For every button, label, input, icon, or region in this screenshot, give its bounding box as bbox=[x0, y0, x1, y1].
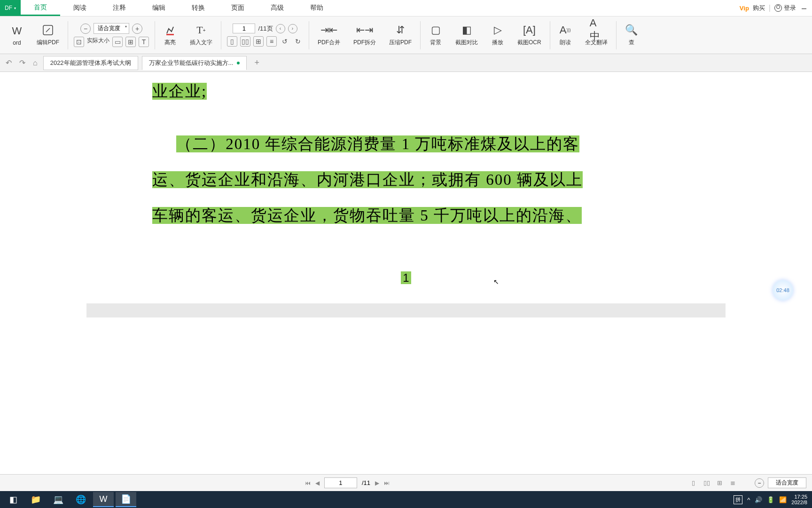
unsaved-indicator-icon bbox=[237, 62, 240, 64]
page-total-label: /11页 bbox=[258, 24, 273, 33]
to-word-button[interactable]: W ord bbox=[10, 24, 23, 46]
read-aloud-button[interactable]: A)))朗读 bbox=[559, 24, 572, 47]
prev-page-button[interactable]: ‹ bbox=[276, 24, 285, 33]
status-page-nav: ⏮ ◀ /11 ▶ ⏭ bbox=[305, 477, 390, 488]
zoom-out-button[interactable]: − bbox=[80, 24, 91, 34]
layout-single-icon[interactable]: ▯ bbox=[227, 36, 237, 47]
pdf-split-button[interactable]: ⇤⇥PDF拆分 bbox=[353, 24, 376, 47]
page-number: 1 bbox=[152, 271, 660, 285]
pdf-app-icon[interactable]: 📄 bbox=[116, 492, 136, 507]
view-facing-icon[interactable]: ▯▯ bbox=[702, 478, 711, 488]
rotate-right-icon[interactable]: ↻ bbox=[293, 36, 303, 47]
file-explorer-icon[interactable]: 📁 bbox=[25, 492, 46, 507]
menu-annotate[interactable]: 注释 bbox=[100, 0, 139, 16]
buy-button[interactable]: 购买 bbox=[753, 4, 765, 12]
page-nav-group: /11页 ‹ › ▯ ▯▯ ⊞ ≡ ↺ ↻ bbox=[223, 16, 307, 54]
menu-edit[interactable]: 编辑 bbox=[139, 0, 179, 16]
status-page-input[interactable] bbox=[324, 477, 357, 488]
login-button[interactable]: 登录 bbox=[774, 4, 796, 12]
menu-advanced[interactable]: 高级 bbox=[258, 0, 297, 16]
highlighted-text-line-1: （二）2010 年综合能源消费量 1 万吨标准煤及以上的客 bbox=[176, 135, 579, 152]
separator bbox=[309, 21, 309, 49]
insert-text-group: T+ 插入文字 bbox=[183, 16, 219, 54]
split-label: PDF拆分 bbox=[353, 39, 376, 47]
play-button[interactable]: ▷播放 bbox=[491, 24, 504, 47]
view-continuous-icon[interactable]: ≣ bbox=[728, 478, 738, 488]
wifi-icon[interactable]: 📶 bbox=[779, 496, 787, 503]
add-tab-button[interactable]: + bbox=[250, 58, 263, 68]
translate-button[interactable]: A中全文翻译 bbox=[585, 24, 608, 47]
screenshot-ocr-button[interactable]: [A]截图OCR bbox=[517, 24, 541, 47]
separator bbox=[616, 21, 617, 49]
last-page-button[interactable]: ⏭ bbox=[384, 480, 390, 486]
menu-help[interactable]: 帮助 bbox=[297, 0, 336, 16]
app-logo-button[interactable]: DF bbox=[0, 0, 21, 16]
search-icon: 🔍 bbox=[625, 24, 638, 37]
insert-text-label: 插入文字 bbox=[190, 39, 212, 47]
tray-chevron-icon[interactable]: ^ bbox=[747, 496, 750, 503]
separator bbox=[550, 21, 550, 49]
text-icon: T+ bbox=[195, 24, 208, 37]
view-mode-2-icon[interactable]: ⊞ bbox=[125, 37, 136, 47]
pdf-merge-button[interactable]: ⇥⇤PDF合并 bbox=[318, 24, 340, 47]
browser-icon[interactable]: 🌐 bbox=[70, 492, 91, 507]
read-label: 朗读 bbox=[560, 39, 571, 47]
vip-icon[interactable]: Vip bbox=[740, 5, 749, 12]
layout-double-icon[interactable]: ▯▯ bbox=[240, 36, 250, 47]
background-label: 背景 bbox=[430, 39, 441, 47]
zoom-in-button[interactable]: + bbox=[132, 24, 142, 34]
ime-indicator[interactable]: 拼 bbox=[734, 495, 742, 504]
first-page-button[interactable]: ⏮ bbox=[305, 480, 311, 486]
document-tab-1[interactable]: 2022年能源管理体系考试大纲 bbox=[43, 56, 138, 70]
zoom-select[interactable]: 适合宽度 bbox=[94, 23, 129, 34]
svg-rect-1 bbox=[166, 34, 174, 35]
battery-icon[interactable]: 🔋 bbox=[767, 496, 774, 503]
prev-page-button[interactable]: ◀ bbox=[315, 480, 320, 486]
layout-continuous-icon[interactable]: ≡ bbox=[266, 36, 277, 47]
redo-button[interactable]: ↷ bbox=[17, 58, 27, 67]
highlight-button[interactable]: 高亮 bbox=[164, 24, 177, 47]
menu-read[interactable]: 阅读 bbox=[60, 0, 100, 16]
document-viewport[interactable]: 业企业; （二）2010 年综合能源消费量 1 万吨标准煤及以上的客 运、货运企… bbox=[0, 72, 812, 474]
start-button[interactable]: ◧ bbox=[3, 492, 23, 507]
menu-convert[interactable]: 转换 bbox=[179, 0, 218, 16]
layout-grid-icon[interactable]: ⊞ bbox=[253, 36, 264, 47]
wps-icon[interactable]: W bbox=[93, 492, 114, 507]
menu-home[interactable]: 首页 bbox=[21, 0, 60, 16]
fit-page-icon[interactable]: ⊡ bbox=[74, 37, 84, 47]
volume-icon[interactable]: 🔊 bbox=[755, 496, 762, 503]
view-mode-1-icon[interactable]: ▭ bbox=[112, 37, 123, 47]
actual-size-button[interactable]: 实际大小 bbox=[87, 37, 109, 47]
menu-tabs: 首页 阅读 注释 编辑 转换 页面 高级 帮助 bbox=[21, 0, 336, 16]
undo-button[interactable]: ↶ bbox=[4, 58, 14, 67]
document-tab-2[interactable]: 万家企业节能低碳行动实施方... bbox=[142, 56, 247, 70]
pdf-compress-button[interactable]: ⇵压缩PDF bbox=[389, 24, 412, 47]
view-book-icon[interactable]: ⊞ bbox=[715, 478, 725, 488]
timer-badge[interactable]: 02:48 bbox=[773, 280, 793, 301]
page-number-input[interactable] bbox=[233, 24, 255, 33]
rotate-left-icon[interactable]: ↺ bbox=[280, 36, 290, 47]
next-page-button[interactable]: › bbox=[288, 24, 297, 33]
status-zoom-display[interactable]: 适合宽度 bbox=[768, 477, 806, 488]
highlighted-text-line-3: 车辆的客运、货运企业，货物吞吐量 5 千万吨以上的沿海、 bbox=[152, 207, 582, 224]
edit-pdf-button[interactable]: 编辑PDF bbox=[37, 24, 59, 47]
view-mode-3-icon[interactable]: T bbox=[139, 37, 149, 47]
view-single-icon[interactable]: ▯ bbox=[689, 478, 698, 488]
insert-text-button[interactable]: T+ 插入文字 bbox=[190, 24, 212, 47]
login-label: 登录 bbox=[784, 4, 796, 12]
separator bbox=[420, 21, 421, 49]
minimize-button[interactable]: – bbox=[800, 3, 808, 13]
menu-page[interactable]: 页面 bbox=[218, 0, 258, 16]
status-zoom-out[interactable]: − bbox=[755, 478, 764, 488]
system-tray: 拼 ^ 🔊 🔋 📶 17:25 2022/8 bbox=[734, 494, 810, 505]
home-button[interactable]: ⌂ bbox=[31, 59, 39, 67]
screenshot-compare-button[interactable]: ◧截图对比 bbox=[455, 24, 478, 47]
search-button[interactable]: 🔍查 bbox=[625, 24, 638, 47]
clock[interactable]: 17:25 2022/8 bbox=[791, 494, 810, 505]
app-icon-1[interactable]: 💻 bbox=[48, 492, 69, 507]
titlebar: DF 首页 阅读 注释 编辑 转换 页面 高级 帮助 Vip 购买 | 登录 – bbox=[0, 0, 812, 16]
next-page-button[interactable]: ▶ bbox=[375, 480, 379, 486]
compare-icon: ◧ bbox=[460, 24, 473, 37]
background-button[interactable]: ▢背景 bbox=[429, 24, 442, 47]
titlebar-right: Vip 购买 | 登录 – bbox=[740, 0, 812, 16]
